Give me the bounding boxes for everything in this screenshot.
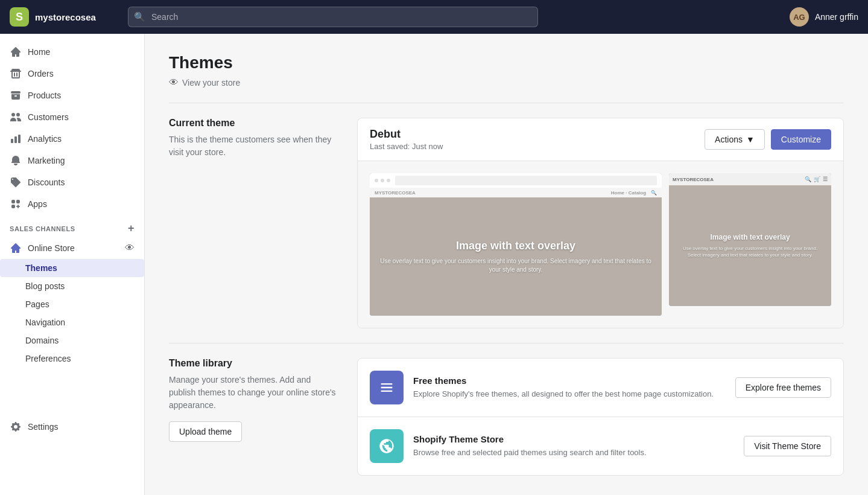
sidebar-item-settings[interactable]: Settings [0, 416, 144, 438]
online-store-label: Online Store [28, 243, 75, 253]
shopify-logo: S [10, 7, 29, 27]
online-store-icon [10, 242, 22, 254]
online-store-item[interactable]: Online Store 👁 [0, 237, 144, 259]
sidebar-item-marketing[interactable]: Marketing [0, 150, 144, 171]
library-item-theme-store: Shopify Theme Store Browse free and sele… [358, 417, 843, 475]
theme-library-heading: Theme library [169, 358, 338, 369]
divider-2 [169, 343, 844, 343]
theme-info: Debut Last saved: Just now [370, 128, 443, 151]
menu-icon: ☰ [823, 176, 828, 182]
current-theme-heading: Current theme [169, 118, 338, 129]
online-store-eye-icon[interactable]: 👁 [125, 243, 135, 254]
add-channel-icon[interactable]: + [128, 222, 135, 235]
current-theme-section: Current theme This is the theme customer… [169, 118, 844, 328]
preview-main-title: Image with text overlay [456, 240, 575, 252]
sidebar-item-analytics[interactable]: Analytics [0, 128, 144, 150]
sidebar-item-analytics-label: Analytics [28, 134, 62, 144]
sidebar-item-customers[interactable]: Customers [0, 106, 144, 128]
sidebar-sub-item-domains[interactable]: Domains [0, 331, 144, 350]
theme-card: Debut Last saved: Just now Actions ▼ Cus… [357, 118, 844, 328]
view-store-link[interactable]: 👁 View your store [169, 77, 844, 88]
theme-card-header: Debut Last saved: Just now Actions ▼ Cus… [358, 118, 843, 161]
sidebar-item-products-label: Products [28, 91, 61, 100]
preview-main: MYSTORECOSEA Home · Catalog 🔍 Image with… [370, 173, 662, 316]
customize-button[interactable]: Customize [771, 129, 831, 150]
avatar: AG [790, 7, 809, 27]
analytics-icon [10, 133, 22, 145]
theme-library-section: Theme library Manage your store's themes… [169, 358, 844, 476]
preview-side-icons: 🔍 🛒 ☰ [805, 176, 828, 182]
brand: S mystorecosea [10, 7, 118, 27]
user-menu[interactable]: AG Anner grffin [790, 7, 858, 27]
visit-theme-store-label: Visit Theme Store [754, 441, 821, 451]
library-card: Free themes Explore Shopify's free theme… [357, 358, 844, 476]
search-icon: 🔍 [805, 176, 811, 182]
chevron-down-icon: ▼ [746, 135, 755, 144]
view-store-label: View your store [182, 78, 240, 88]
dot-3 [387, 179, 390, 182]
sidebar-sub-item-themes[interactable]: Themes [0, 259, 144, 277]
actions-button[interactable]: Actions ▼ [705, 129, 765, 150]
theme-store-desc: Browse free and selected paid themes usi… [413, 447, 734, 459]
sidebar-item-orders-label: Orders [28, 69, 54, 78]
sidebar-item-discounts-label: Discounts [28, 177, 65, 187]
current-theme-label: Current theme This is the theme customer… [169, 118, 338, 328]
visit-theme-store-button[interactable]: Visit Theme Store [744, 436, 831, 456]
theme-store-text: Shopify Theme Store Browse free and sele… [413, 434, 734, 459]
preview-side: MYSTORECOSEA 🔍 🛒 ☰ Image with text overl… [669, 173, 831, 306]
upload-theme-button[interactable]: Upload theme [169, 421, 242, 442]
preview-store-name: MYSTORECOSEA [375, 190, 416, 196]
user-name: Anner grffin [815, 12, 858, 22]
customize-label: Customize [781, 135, 821, 144]
free-themes-desc: Explore Shopify's free themes, all desig… [413, 388, 726, 400]
settings-label: Settings [28, 422, 59, 432]
preview-side-title: Image with text overlay [711, 233, 790, 241]
sidebar-item-home[interactable]: Home [0, 41, 144, 63]
explore-free-themes-button[interactable]: Explore free themes [735, 377, 831, 398]
sidebar-item-marketing-label: Marketing [28, 156, 65, 165]
preview-main-header [370, 173, 662, 188]
search-input[interactable] [128, 7, 538, 27]
apps-icon [10, 198, 22, 210]
preview-search-icon: 🔍 [651, 190, 657, 196]
sales-channels-header: SALES CHANNELS + [0, 215, 144, 237]
sidebar-sub-item-navigation[interactable]: Navigation [0, 313, 144, 331]
upload-label: Upload theme [179, 427, 232, 436]
free-themes-title: Free themes [413, 375, 726, 386]
discounts-icon [10, 176, 22, 188]
marketing-icon [10, 155, 22, 167]
settings-icon [10, 421, 22, 433]
preview-side-body: Image with text overlay Use overlay text… [669, 185, 831, 306]
theme-name: Debut [370, 128, 443, 141]
customers-icon [10, 111, 22, 123]
theme-store-title: Shopify Theme Store [413, 434, 734, 444]
actions-label: Actions [715, 135, 743, 144]
theme-preview: MYSTORECOSEA Home · Catalog 🔍 Image with… [358, 161, 843, 328]
dot-2 [381, 179, 384, 182]
store-name: mystorecosea [35, 12, 96, 22]
theme-library-label: Theme library Manage your store's themes… [169, 358, 338, 476]
sidebar: Home Orders Products Customers Analytics… [0, 34, 145, 495]
sidebar-sub-item-pages[interactable]: Pages [0, 295, 144, 313]
sidebar-item-orders[interactable]: Orders [0, 63, 144, 85]
dot-1 [375, 179, 378, 182]
search-icon: 🔍 [134, 11, 145, 22]
theme-store-icon [370, 429, 404, 463]
free-themes-text: Free themes Explore Shopify's free theme… [413, 375, 726, 400]
preview-nav-links: Home · Catalog [611, 190, 646, 196]
sidebar-item-home-label: Home [28, 47, 50, 57]
sidebar-item-apps[interactable]: Apps [0, 193, 144, 215]
library-item-free-themes: Free themes Explore Shopify's free theme… [358, 359, 843, 417]
cart-icon: 🛒 [814, 176, 820, 182]
sidebar-sub-item-preferences[interactable]: Preferences [0, 350, 144, 368]
home-icon [10, 46, 22, 58]
page-title: Themes [169, 53, 844, 72]
search-bar[interactable]: 🔍 [128, 7, 538, 27]
divider-1 [169, 103, 844, 103]
explore-free-themes-label: Explore free themes [746, 383, 821, 392]
sidebar-sub-item-blog-posts[interactable]: Blog posts [0, 277, 144, 295]
sidebar-item-discounts[interactable]: Discounts [0, 171, 144, 193]
preview-nav-bar [395, 176, 657, 185]
sidebar-item-products[interactable]: Products [0, 85, 144, 106]
preview-main-text: Use overlay text to give your customers … [379, 257, 652, 274]
